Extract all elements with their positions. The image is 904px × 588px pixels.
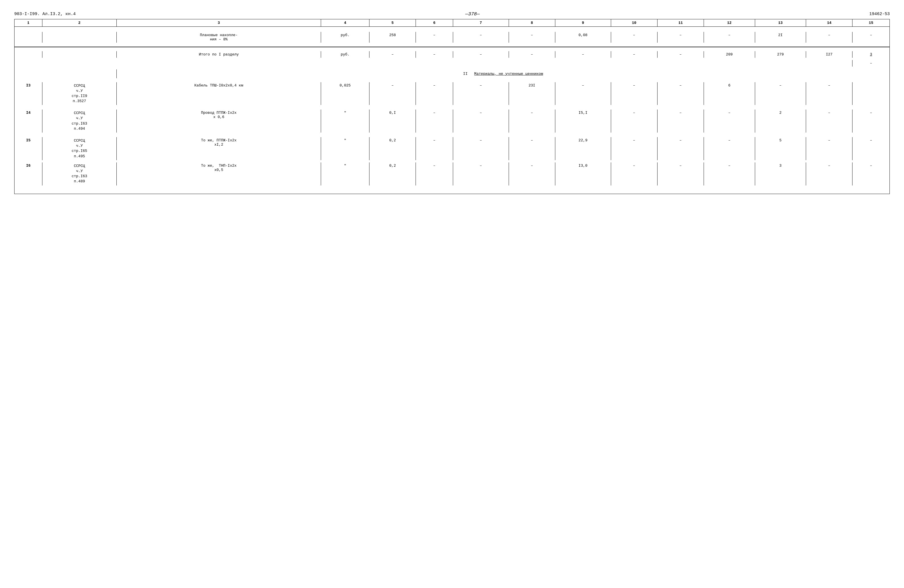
cell-I6-c15: – [852,162,890,186]
cell-r2-c13: 279 [755,51,806,58]
col-header-3: 3 [117,19,321,27]
data-row-I4: I4 ССРСЦч.Устр.I63п.494 Провод ПТПЖ-Iх2х… [14,110,890,132]
spacer-row-8 [14,132,890,137]
cell-I3-c15 [852,82,890,105]
cell-I6-c1: I6 [14,162,43,186]
cell-r1-c13: 2I [755,32,806,43]
spacer-row-3 [14,47,890,51]
cell-I3-c3: Кабель ТПШ-I0х2х0,4 км [117,82,321,105]
section-title: Материалы, не учтенные ценником [474,72,543,76]
cell-I4-c6: – [416,110,453,132]
column-header-row: 1 2 3 4 5 6 7 8 9 10 11 12 13 14 15 [14,19,890,27]
cell-r2-c8: – [509,51,555,58]
col-header-15: 15 [852,19,890,27]
col-header-13: 13 [755,19,806,27]
spacer-row-9 [14,160,890,162]
cell-r1-c15: – [852,32,890,43]
cell-I3-c10: – [611,82,657,105]
cell-r1-c8: – [509,32,555,43]
col-header-8: 8 [509,19,555,27]
cell-I3-c13: – [755,82,806,105]
cell-I4-c10: – [611,110,657,132]
cell-r1-c3: Плановые накопле-ния – 8% [117,32,321,43]
data-row-I6: I6 ССРСЦч.Устр.I63п.489 То же, ТНП-Iх2хх… [14,162,890,186]
cell-r2-c10: – [611,51,657,58]
cell-r2-c3: Итого по I разделу [117,51,321,58]
cell-I6-c14: – [806,162,852,186]
cell-r2-c1 [14,51,43,58]
col-header-4: 4 [321,19,370,27]
cell-I6-c2: ССРСЦч.Устр.I63п.489 [42,162,116,186]
cell-r2-c2 [42,51,116,58]
cell-I6-c12: – [704,162,755,186]
col-header-11: 11 [657,19,703,27]
cell-I6-c10: – [611,162,657,186]
cell-r2-c14: I27 [806,51,852,58]
row-minus: – [14,60,890,66]
section-heading-row: II Материалы, не учтенные ценником [14,69,890,78]
data-row-I5: I5 ССРСЦч.Устр.I65п.495 То же, ПТПЖ-Iх2х… [14,137,890,160]
cell-r2-c5: – [369,51,416,58]
cell-r1-c11: – [657,32,703,43]
spacer-row-2 [14,43,890,47]
cell-r1-c5: 258 [369,32,416,43]
spacer-row-4 [14,58,890,60]
cell-I6-c6: – [416,162,453,186]
cell-r2-c7: – [453,51,509,58]
cell-I3-c2: ССРСЦч.Устр.II9п.3527 [42,82,116,105]
cell-r1-c7: – [453,32,509,43]
cell-I3-c6: – [416,82,453,105]
page-header: 903-I-I99. Ал.I3.2, кн.4 —378— 19462-53 [14,11,890,17]
cell-I5-c7: – [453,137,509,160]
cell-I4-c8: – [509,110,555,132]
cell-r1-c9: 0,08 [555,32,611,43]
cell-I4-c11: – [657,110,703,132]
cell-I6-c5: 0,2 [369,162,416,186]
spacer-row-1 [14,27,890,32]
cell-r1-c14: – [806,32,852,43]
cell-I5-c15: – [852,137,890,160]
cell-r2-c6: – [416,51,453,58]
cell-I3-c8: 23I [509,82,555,105]
cell-I4-c2: ССРСЦч.Устр.I63п.494 [42,110,116,132]
cell-I3-c9: – [555,82,611,105]
cell-I3-c1: I3 [14,82,43,105]
col-header-1: 1 [14,19,43,27]
cell-I5-c13: 5 [755,137,806,160]
cell-I5-c3: То же, ПТПЖ-Iх2ххI,2 [117,137,321,160]
header-right: 19462-53 [869,12,890,16]
cell-I4-c12: – [704,110,755,132]
cell-I6-c9: I3,0 [555,162,611,186]
col-header-2: 2 [42,19,116,27]
cell-I6-c4: " [321,162,370,186]
cell-r1-c6: – [416,32,453,43]
cell-I5-c4: " [321,137,370,160]
col-header-10: 10 [611,19,657,27]
cell-I3-c11: – [657,82,703,105]
cell-I4-c13: 2 [755,110,806,132]
cell-I4-c9: I5,I [555,110,611,132]
cell-I5-c14: – [806,137,852,160]
cell-I6-c7: – [453,162,509,186]
cell-I4-c5: 0,I [369,110,416,132]
cell-I6-c13: 3 [755,162,806,186]
cell-I5-c11: – [657,137,703,160]
row-planovye: Плановые накопле-ния – 8% руб. 258 – – –… [14,32,890,43]
cell-I5-c6: – [416,137,453,160]
cell-I5-c1: I5 [14,137,43,160]
spacer-row-7 [14,105,890,110]
cell-I5-c9: 22,9 [555,137,611,160]
cell-r1-c12: – [704,32,755,43]
cell-r2-c9: – [555,51,611,58]
cell-I4-c14: – [806,110,852,132]
spacer-row-6 [14,78,890,82]
spacer-row-5 [14,66,890,69]
cell-I4-c4: " [321,110,370,132]
cell-r2-c4: руб. [321,51,370,58]
col-header-14: 14 [806,19,852,27]
cell-I6-c11: – [657,162,703,186]
cell-I6-c8: – [509,162,555,186]
cell-I5-c2: ССРСЦч.Устр.I65п.495 [42,137,116,160]
cell-I4-c1: I4 [14,110,43,132]
col-header-6: 6 [416,19,453,27]
